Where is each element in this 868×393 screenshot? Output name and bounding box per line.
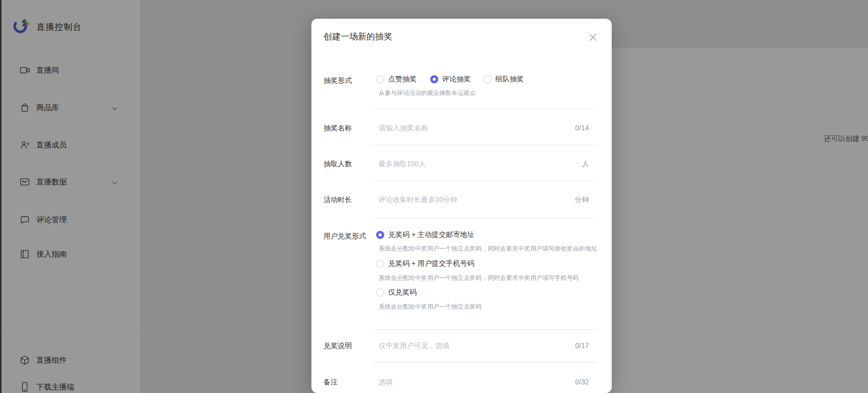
radio-label: 点赞抽奖 bbox=[388, 75, 417, 84]
lottery-type-helper: 从参与评论活动的观众抽取幸运观众 bbox=[379, 89, 476, 97]
radio-label: 评论抽奖 bbox=[442, 75, 471, 84]
radio-icon-selected bbox=[376, 231, 384, 239]
redeem-instructions-counter: 0/17 bbox=[575, 341, 589, 350]
create-lottery-modal: 创建一场新的抽奖 抽奖形式 点赞抽奖 评论抽奖 组队抽奖 从参与评论活动的观众抽… bbox=[311, 19, 612, 393]
radio-label: 仅兑奖码 bbox=[388, 288, 417, 297]
radio-code-only[interactable]: 仅兑奖码 bbox=[376, 288, 417, 297]
radio-label: 兑奖码 + 用户提交手机号码 bbox=[388, 259, 474, 268]
note-counter: 0/32 bbox=[575, 378, 589, 386]
field-divider bbox=[372, 109, 597, 109]
field-divider bbox=[372, 145, 597, 145]
duration-label: 活动时长 bbox=[324, 195, 377, 205]
radio-icon bbox=[376, 288, 384, 297]
draw-count-suffix: 人 bbox=[582, 160, 589, 169]
radio-label: 兑奖码 + 主动提交邮寄地址 bbox=[388, 230, 474, 239]
radio-like-lottery[interactable]: 点赞抽奖 bbox=[376, 75, 417, 84]
redeem-option-helper: 系统会分配给中奖用户一个独立兑奖码 bbox=[379, 303, 482, 311]
modal-title: 创建一场新的抽奖 bbox=[324, 31, 392, 42]
redeem-type-label: 用户兑奖形式 bbox=[324, 232, 377, 241]
redeem-option-helper: 系统会分配给中奖用户一个独立兑奖码，同时会要求中奖用户填写接收奖品的地址 bbox=[379, 244, 597, 253]
radio-code-plus-address[interactable]: 兑奖码 + 主动提交邮寄地址 bbox=[376, 230, 474, 239]
note-label: 备注 bbox=[324, 378, 377, 387]
draw-count-input[interactable] bbox=[379, 158, 554, 169]
field-divider bbox=[372, 180, 597, 181]
field-divider bbox=[372, 362, 597, 363]
draw-count-label: 抽取人数 bbox=[324, 160, 377, 169]
redeem-instructions-label: 兑奖说明 bbox=[324, 341, 377, 351]
redeem-option-helper: 系统会分配给中奖用户一个独立兑奖码，同时会要求中奖用户填写手机号码 bbox=[379, 274, 579, 282]
note-input[interactable] bbox=[379, 376, 554, 387]
field-divider bbox=[372, 218, 597, 218]
close-icon[interactable] bbox=[587, 32, 599, 43]
radio-code-plus-phone[interactable]: 兑奖码 + 用户提交手机号码 bbox=[376, 259, 474, 268]
radio-icon-selected bbox=[430, 75, 438, 83]
duration-input[interactable] bbox=[379, 194, 554, 205]
redeem-instructions-input[interactable] bbox=[379, 340, 554, 351]
duration-suffix: 分钟 bbox=[575, 195, 589, 205]
lottery-name-counter: 0/14 bbox=[575, 124, 589, 132]
lottery-name-label: 抽奖名称 bbox=[324, 124, 377, 133]
radio-icon bbox=[376, 75, 384, 83]
radio-comment-lottery[interactable]: 评论抽奖 bbox=[430, 75, 471, 84]
lottery-type-label: 抽奖形式 bbox=[324, 76, 377, 85]
radio-icon bbox=[483, 75, 491, 83]
field-divider bbox=[372, 329, 597, 330]
lottery-name-input[interactable] bbox=[379, 122, 554, 133]
screen: 直播控制台 直播间 商品库 直播成员 直播数 bbox=[0, 0, 868, 393]
radio-icon bbox=[376, 260, 384, 268]
radio-label: 组队抽奖 bbox=[495, 75, 524, 84]
radio-team-lottery[interactable]: 组队抽奖 bbox=[483, 75, 524, 84]
